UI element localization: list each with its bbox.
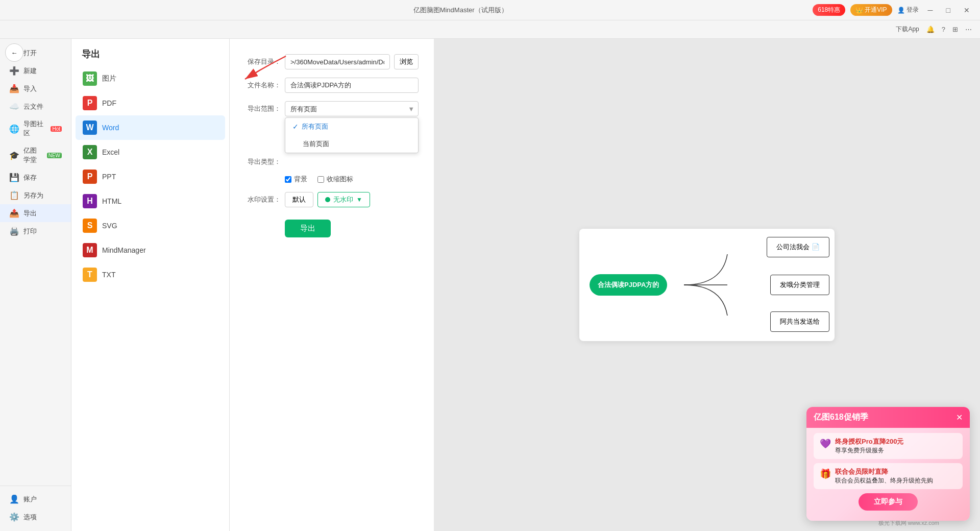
sidebar-label-community: 导图社区 [23, 119, 45, 138]
back-button[interactable]: ← [5, 43, 23, 62]
filename-input[interactable] [285, 78, 419, 93]
bell-icon[interactable]: 🔔 [926, 26, 935, 33]
import-icon: 📥 [9, 84, 19, 93]
close-btn[interactable]: ✕ [960, 4, 974, 16]
saveas-icon: 📋 [9, 190, 19, 200]
export-range-dropdown: ✓ 所有页面 当前页面 [285, 117, 419, 153]
sidebar-item-account[interactable]: 👤 账户 [0, 490, 71, 508]
mindmap-branch-3: 阿共当发送给 [770, 311, 829, 332]
export-item-pdf[interactable]: P PDF [76, 91, 225, 115]
watermark-dot-icon [325, 197, 330, 202]
download-app-btn[interactable]: 下载App [896, 25, 919, 34]
export-submit-btn[interactable]: 导出 [285, 220, 331, 237]
new-icon: ➕ [9, 66, 19, 76]
grid-icon[interactable]: ⊞ [952, 26, 958, 33]
checkbox-icon[interactable] [317, 176, 324, 183]
export-item-excel-label: Excel [102, 148, 119, 156]
btn-login[interactable]: 👤 登录 [897, 6, 919, 14]
export-range-row: 导出范围： 所有页面 当前页面 ▼ ✓ 所有页面 当前页面 [245, 101, 419, 116]
promo-item-2-content: 联合会员限时直降 联合会员权益叠加、终身升级抢先购 [835, 467, 933, 485]
export-item-svg-label: SVG [102, 222, 117, 230]
promo-cta-btn[interactable]: 立即参与 [859, 493, 918, 511]
mindmap-preview: 合法偶读PJDPA方的 公司法我会 📄 发哦分类管理 阿共当发送给 [579, 229, 835, 341]
promo-popup: 亿图618促销季 ✕ 💜 终身授权Pro直降200元 尊享免费升级服务 🎁 联合… [806, 407, 970, 521]
sidebar-label-cloud: 云文件 [23, 102, 43, 111]
save-dir-row: 保存目录： 浏览 [245, 54, 419, 69]
export-item-txt[interactable]: T TXT [76, 262, 225, 287]
sidebar-item-community[interactable]: 🌐 导图社区 Hot [0, 115, 71, 142]
btn-vip[interactable]: 👑 开通VIP [850, 4, 892, 16]
minimize-btn[interactable]: ─ [924, 4, 937, 16]
export-item-word[interactable]: W Word [76, 115, 225, 140]
print-icon: 🖨️ [9, 226, 19, 236]
sidebar-item-save[interactable]: 💾 保存 [0, 168, 71, 186]
sidebar-label-saveas: 另存为 [23, 191, 43, 200]
sidebar-label-account: 账户 [23, 495, 37, 504]
export-item-excel[interactable]: X Excel [76, 140, 225, 164]
branch-1-label: 公司法我会 📄 [776, 243, 820, 251]
dropdown-item-all[interactable]: ✓ 所有页面 [285, 118, 418, 135]
browse-btn[interactable]: 浏览 [394, 54, 419, 69]
export-item-image-label: 图片 [102, 74, 116, 83]
export-item-txt-label: TXT [102, 271, 115, 279]
sidebar-item-cloud[interactable]: ☁️ 云文件 [0, 98, 71, 115]
maximize-btn[interactable]: □ [942, 4, 954, 16]
sidebar-item-saveas[interactable]: 📋 另存为 [0, 186, 71, 204]
sidebar-label-export: 导出 [23, 209, 37, 218]
promo-item-1: 💜 终身授权Pro直降200元 尊享免费升级服务 [814, 433, 963, 459]
promo-header: 亿图618促销季 ✕ [806, 407, 970, 428]
save-icon: 💾 [9, 173, 19, 182]
watermark-label: 水印设置： [245, 195, 281, 204]
hot-badge: Hot [51, 126, 62, 132]
watermark-row: 水印设置： 默认 无水印 ▼ [245, 192, 419, 207]
sidebar: 📂 打开 ➕ 新建 📥 导入 ☁️ 云文件 🌐 导图社区 Hot 🎓 亿图学堂 … [0, 39, 71, 531]
watermark-default-btn[interactable]: 默认 [285, 192, 313, 207]
mindmap-branch-1: 公司法我会 📄 [767, 237, 829, 257]
sidebar-item-new[interactable]: ➕ 新建 [0, 62, 71, 80]
svg-format-icon: S [83, 219, 97, 233]
export-item-ppt[interactable]: P PPT [76, 164, 225, 189]
export-item-mindmanager-label: MindManager [102, 246, 146, 254]
export-item-word-label: Word [102, 124, 119, 132]
export-item-image[interactable]: 🖼 图片 [76, 66, 225, 91]
promo-close-btn[interactable]: ✕ [956, 413, 963, 422]
yitu-icon: 🎓 [9, 151, 19, 160]
export-item-html[interactable]: H HTML [76, 189, 225, 213]
filename-label: 文件名称： [245, 81, 281, 90]
question-icon[interactable]: ? [942, 26, 945, 33]
promo-icon-2: 🎁 [820, 468, 831, 479]
checkbox-icon-label[interactable]: 收缩图标 [317, 175, 353, 184]
btn-618[interactable]: 618特惠 [813, 4, 845, 16]
checkbox-bg[interactable] [285, 176, 291, 183]
export-item-svg[interactable]: S SVG [76, 213, 225, 238]
pdf-format-icon: P [83, 96, 97, 110]
promo-item-1-desc: 尊享免费升级服务 [835, 446, 903, 455]
txt-format-icon: T [83, 268, 97, 282]
checkbox-bg-label[interactable]: 背景 [285, 175, 307, 184]
export-item-mindmanager[interactable]: M MindManager [76, 238, 225, 262]
sidebar-item-settings[interactable]: ⚙️ 选项 [0, 508, 71, 526]
sidebar-item-export[interactable]: 📤 导出 [0, 204, 71, 222]
watermark-select-btn[interactable]: 无水印 ▼ [317, 192, 370, 207]
more-icon[interactable]: ⋯ [965, 26, 972, 33]
watermark-none-label: 无水印 [333, 195, 353, 204]
export-item-pdf-label: PDF [102, 99, 116, 107]
sidebar-item-yitu[interactable]: 🎓 亿图学堂 NEW [0, 142, 71, 168]
watermark-dropdown-arrow[interactable]: ▼ [356, 196, 362, 203]
form-area: 保存目录： 浏览 文件名称： 导出范围： 所有页面 当前页面 ▼ ✓ 所有页面 [230, 39, 434, 531]
sidebar-item-import[interactable]: 📥 导入 [0, 80, 71, 98]
secondary-toolbar: 下载App 🔔 ? ⊞ ⋯ [0, 20, 980, 39]
sidebar-item-print[interactable]: 🖨️ 打印 [0, 222, 71, 240]
community-icon: 🌐 [9, 124, 19, 134]
app-title: 亿图脑图MindMaster（试用版） [413, 6, 508, 15]
filename-row: 文件名称： [245, 78, 419, 93]
mindmap-center-node: 合法偶读PJDPA方的 [590, 274, 667, 296]
promo-item-1-title: 终身授权Pro直降200元 [835, 437, 903, 446]
dropdown-item-current[interactable]: 当前页面 [285, 135, 418, 153]
export-range-select[interactable]: 所有页面 当前页面 [285, 101, 419, 116]
save-dir-input[interactable] [285, 54, 390, 69]
export-type-label: 导出类型： [245, 157, 281, 166]
branch-3-label: 阿共当发送给 [780, 318, 820, 325]
export-range-wrapper: 所有页面 当前页面 ▼ ✓ 所有页面 当前页面 [285, 101, 419, 116]
user-icon: 👤 [897, 7, 905, 14]
